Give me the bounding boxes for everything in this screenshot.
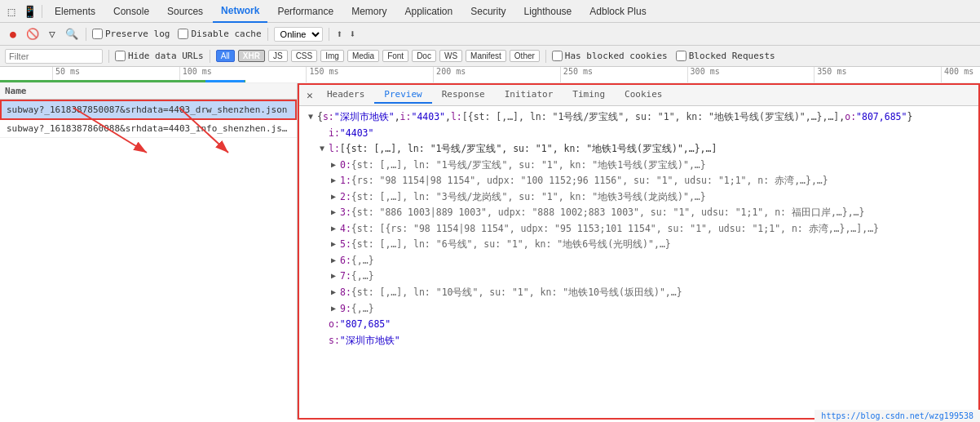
json-i: ▶ i: "4403" bbox=[306, 126, 972, 142]
clear-button[interactable]: 🚫 bbox=[24, 26, 41, 42]
tab-security[interactable]: Security bbox=[462, 0, 514, 23]
filter-toolbar: Hide data URLs All XHR JS CSS Img Media … bbox=[0, 46, 980, 67]
tab-console[interactable]: Console bbox=[105, 0, 157, 23]
l0-toggle[interactable]: ▶ bbox=[329, 158, 338, 171]
tab-sources[interactable]: Sources bbox=[159, 0, 211, 23]
tab-cookies[interactable]: Cookies bbox=[615, 87, 672, 104]
tab-elements[interactable]: Elements bbox=[46, 0, 104, 23]
filter-all[interactable]: All bbox=[216, 50, 235, 62]
search-button[interactable]: 🔍 bbox=[64, 26, 80, 42]
filter-css[interactable]: CSS bbox=[291, 50, 318, 62]
root-toggle[interactable]: ▼ bbox=[306, 109, 316, 123]
list-item-1[interactable]: subway?_1618387860088&srhdata=4403_info_… bbox=[0, 120, 297, 138]
record-button[interactable]: ● bbox=[5, 26, 21, 42]
list-item-0[interactable]: subway?_1618387850087&srhdata=4403_drw_s… bbox=[0, 100, 297, 120]
export-button[interactable]: ⬇ bbox=[347, 28, 357, 40]
device-icon[interactable]: 📱 bbox=[21, 3, 38, 20]
tab-preview[interactable]: Preview bbox=[374, 87, 431, 104]
json-l1: ▶ 1: {rs: "98 1154|98 1154", udpx: "100 … bbox=[306, 173, 972, 189]
filter-manifest[interactable]: Manifest bbox=[466, 50, 506, 62]
json-l5: ▶ 5: {st: [,…], ln: "6号线", su: "1", kn: … bbox=[306, 237, 972, 253]
l3-toggle[interactable]: ▶ bbox=[329, 205, 338, 219]
hide-data-urls-checkbox[interactable] bbox=[115, 51, 126, 61]
import-button[interactable]: ⬆ bbox=[335, 28, 345, 40]
tab-memory[interactable]: Memory bbox=[343, 0, 395, 23]
request-list: subway?_1618387850087&srhdata=4403_drw_s… bbox=[0, 100, 297, 420]
filter-other[interactable]: Other bbox=[510, 50, 540, 62]
main-area: Name subway?_1618387850087&srhdata=4403_… bbox=[0, 83, 980, 420]
top-tab-bar: ⬚ 📱 Elements Console Sources Network Per… bbox=[0, 0, 980, 23]
json-preview[interactable]: ▼ { s: "深圳市地铁" , i: "4403" , l: [{st: [,… bbox=[299, 106, 978, 418]
tab-response[interactable]: Response bbox=[432, 87, 495, 104]
tab-network[interactable]: Network bbox=[213, 0, 267, 23]
json-l6: ▶ 6: {,…} bbox=[306, 253, 972, 269]
l6-toggle[interactable]: ▶ bbox=[329, 253, 338, 267]
tab-timing[interactable]: Timing bbox=[563, 87, 615, 104]
filter-icon[interactable]: ▽ bbox=[44, 26, 60, 42]
preserve-log-checkbox[interactable] bbox=[92, 29, 103, 39]
l2-toggle[interactable]: ▶ bbox=[329, 189, 338, 203]
l9-toggle[interactable]: ▶ bbox=[329, 301, 338, 315]
l7-toggle[interactable]: ▶ bbox=[329, 269, 338, 282]
filter-doc[interactable]: Doc bbox=[412, 50, 436, 62]
blocked-requests-checkbox[interactable] bbox=[676, 51, 686, 61]
json-s: ▶ s: "深圳市地铁" bbox=[306, 333, 972, 349]
right-tab-bar: ✕ Headers Preview Response Initiator Tim… bbox=[299, 85, 978, 106]
tab-performance[interactable]: Performance bbox=[269, 0, 342, 23]
tick-350ms: 350 ms bbox=[814, 67, 846, 83]
filter-media[interactable]: Media bbox=[347, 50, 379, 62]
l5-toggle[interactable]: ▶ bbox=[329, 237, 338, 251]
network-dns-bar bbox=[205, 80, 245, 82]
has-blocked-checkbox[interactable] bbox=[552, 51, 563, 61]
json-l0: ▶ 0: {st: [,…], ln: "1号线/罗宝线", su: "1", … bbox=[306, 158, 972, 174]
l4-toggle[interactable]: ▶ bbox=[329, 221, 338, 235]
filter-xhr[interactable]: XHR bbox=[238, 50, 265, 62]
tick-250ms: 250 ms bbox=[560, 67, 593, 83]
tab-initiator[interactable]: Initiator bbox=[495, 87, 563, 104]
tick-150ms: 150 ms bbox=[306, 67, 338, 83]
l8-toggle[interactable]: ▶ bbox=[329, 285, 338, 299]
tab-adblock[interactable]: Adblock Plus bbox=[581, 0, 654, 23]
tick-400ms: 400 ms bbox=[941, 67, 973, 83]
disable-cache-label[interactable]: Disable cache bbox=[178, 29, 261, 39]
json-l8: ▶ 8: {st: [,…], ln: "10号线", su: "1", kn:… bbox=[306, 285, 972, 301]
preserve-log-label[interactable]: Preserve log bbox=[92, 29, 170, 39]
right-panel: ✕ Headers Preview Response Initiator Tim… bbox=[298, 83, 980, 420]
network-toolbar: ● 🚫 ▽ 🔍 Preserve log Disable cache Onlin… bbox=[0, 23, 980, 46]
tab-headers[interactable]: Headers bbox=[317, 87, 374, 104]
l1-toggle[interactable]: ▶ bbox=[329, 173, 338, 187]
json-l9: ▶ 9: {,…} bbox=[306, 301, 972, 318]
hide-data-urls-label[interactable]: Hide data URLs bbox=[115, 51, 204, 61]
filter-js[interactable]: JS bbox=[268, 50, 288, 62]
json-l: ▼ l: [{st: [,…], ln: "1号线/罗宝线", su: "1",… bbox=[306, 141, 972, 158]
json-l4: ▶ 4: {st: [{rs: "98 1154|98 1154", udpx:… bbox=[306, 221, 972, 238]
json-l3: ▶ 3: {st: "886 1003|889 1003", udpx: "88… bbox=[306, 205, 972, 221]
inspect-icon[interactable]: ⬚ bbox=[3, 3, 20, 20]
json-o: ▶ o: "807,685" bbox=[306, 317, 972, 333]
tab-application[interactable]: Application bbox=[396, 0, 461, 23]
has-blocked-label[interactable]: Has blocked cookies bbox=[552, 51, 668, 61]
json-l7: ▶ 7: {,…} bbox=[306, 269, 972, 285]
json-root: ▼ { s: "深圳市地铁" , i: "4403" , l: [{st: [,… bbox=[306, 109, 972, 126]
timeline-bar: 50 ms 100 ms 150 ms 200 ms 250 ms 300 ms… bbox=[0, 67, 980, 83]
disable-cache-checkbox[interactable] bbox=[178, 29, 188, 39]
filter-input[interactable] bbox=[5, 49, 103, 64]
tick-300ms: 300 ms bbox=[687, 67, 720, 83]
left-panel-header: Name bbox=[0, 83, 297, 100]
tick-200ms: 200 ms bbox=[433, 67, 466, 83]
filter-font[interactable]: Font bbox=[382, 50, 408, 62]
left-panel: Name subway?_1618387850087&srhdata=4403_… bbox=[0, 83, 298, 420]
bottom-url: https://blog.csdn.net/wzg199538 bbox=[814, 410, 980, 420]
tab-lighthouse[interactable]: Lighthouse bbox=[516, 0, 580, 23]
blocked-requests-label[interactable]: Blocked Requests bbox=[676, 51, 775, 61]
filter-ws[interactable]: WS bbox=[439, 50, 462, 62]
l-toggle[interactable]: ▼ bbox=[317, 141, 327, 155]
filter-img[interactable]: Img bbox=[320, 50, 344, 62]
throttle-select[interactable]: Online bbox=[274, 27, 323, 42]
json-l2: ▶ 2: {st: [,…], ln: "3号线/龙岗线", su: "1", … bbox=[306, 189, 972, 206]
close-panel-button[interactable]: ✕ bbox=[302, 88, 317, 103]
